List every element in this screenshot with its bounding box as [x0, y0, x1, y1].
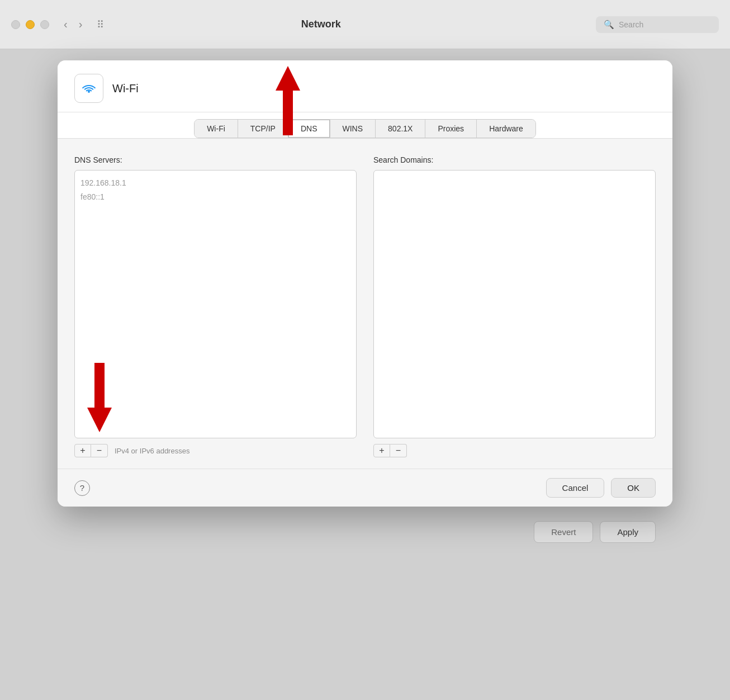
tab-proxies[interactable]: Proxies [425, 120, 477, 138]
close-button[interactable] [11, 20, 20, 29]
dns-servers-column: DNS Servers: 192.168.18.1 fe80::1 + − [74, 155, 357, 457]
tabs-container: Wi-Fi TCP/IP DNS WINS 802.1X Proxies Har… [194, 119, 536, 138]
dns-columns: DNS Servers: 192.168.18.1 fe80::1 + − [74, 155, 656, 457]
dns-server-1: 192.168.18.1 [80, 176, 350, 190]
tab-8021x[interactable]: 802.1X [376, 120, 425, 138]
tab-wifi[interactable]: Wi-Fi [195, 120, 238, 138]
help-button[interactable]: ? [74, 480, 90, 496]
domain-remove-button[interactable]: − [390, 444, 407, 457]
tab-wins[interactable]: WINS [330, 120, 376, 138]
footer-right-buttons: Cancel OK [546, 478, 656, 498]
dialog-title: Wi-Fi [112, 82, 139, 95]
dns-servers-listbox[interactable]: 192.168.18.1 fe80::1 [74, 170, 357, 438]
dialog: Wi-Fi Wi-Fi TCP/IP DNS WINS 802.1X Proxi… [58, 60, 672, 507]
traffic-lights [11, 20, 49, 29]
search-domains-controls: + − [373, 444, 656, 457]
bottom-bar: Revert Apply [58, 511, 672, 553]
window-title: Network [46, 18, 596, 30]
cancel-button[interactable]: Cancel [546, 478, 605, 498]
tab-dns[interactable]: DNS [288, 120, 330, 138]
apply-button[interactable]: Apply [600, 521, 656, 543]
tab-hardware[interactable]: Hardware [477, 120, 535, 138]
search-domains-listbox[interactable] [373, 170, 656, 438]
wifi-icon [74, 74, 103, 103]
titlebar: ‹ › ⠿ Network 🔍 Search [0, 0, 730, 49]
search-icon: 🔍 [604, 20, 614, 30]
revert-button[interactable]: Revert [534, 521, 593, 543]
dns-remove-button[interactable]: − [91, 444, 108, 457]
ok-button[interactable]: OK [611, 478, 656, 498]
dns-add-button[interactable]: + [74, 444, 91, 457]
tabs-bar: Wi-Fi TCP/IP DNS WINS 802.1X Proxies Har… [58, 112, 672, 139]
search-domains-column: Search Domains: + − [373, 155, 656, 457]
dns-server-2: fe80::1 [80, 190, 350, 204]
domain-add-button[interactable]: + [373, 444, 390, 457]
arrow-down-annotation [87, 363, 112, 432]
dialog-content: DNS Servers: 192.168.18.1 fe80::1 + − [58, 139, 672, 469]
dialog-header: Wi-Fi [58, 60, 672, 112]
dns-servers-label: DNS Servers: [74, 155, 357, 164]
search-box[interactable]: 🔍 Search [596, 16, 719, 33]
dns-servers-controls: + − IPv4 or IPv6 addresses [74, 444, 357, 457]
dialog-footer: ? Cancel OK [58, 469, 672, 507]
tab-tcpip[interactable]: TCP/IP [238, 120, 288, 138]
search-placeholder: Search [619, 20, 643, 29]
dns-address-hint: IPv4 or IPv6 addresses [115, 447, 189, 455]
main-area: Wi-Fi Wi-Fi TCP/IP DNS WINS 802.1X Proxi… [0, 49, 730, 700]
search-domains-label: Search Domains: [373, 155, 656, 164]
minimize-button[interactable] [26, 20, 35, 29]
